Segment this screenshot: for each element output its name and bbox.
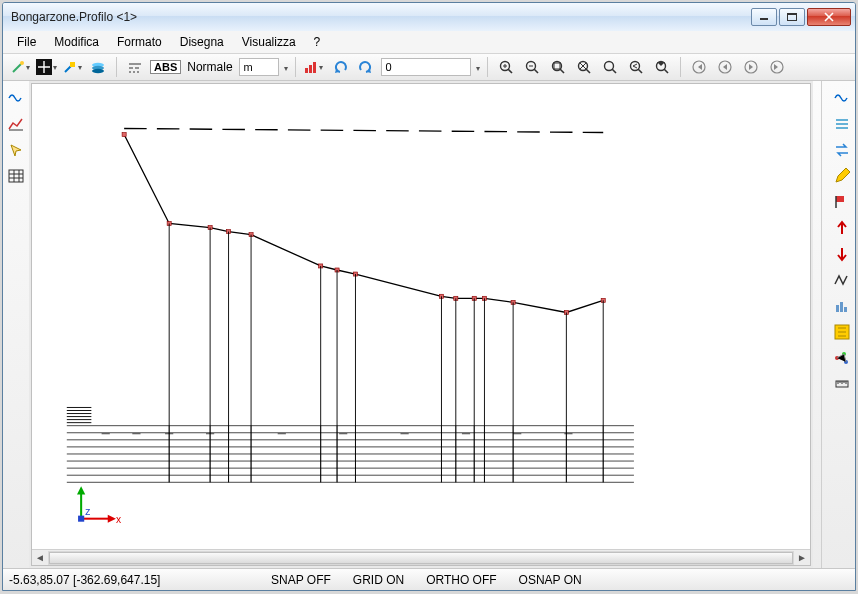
drawing-canvas[interactable]: zx (32, 84, 810, 549)
zoom-pan-icon[interactable] (651, 56, 673, 78)
svg-text:x: x (116, 514, 121, 525)
tool-chart-icon[interactable] (5, 113, 27, 135)
tool-wavy-icon[interactable] (5, 87, 27, 109)
tool-nodes-icon[interactable] (831, 347, 853, 369)
svg-marker-97 (108, 515, 116, 523)
svg-rect-0 (760, 18, 768, 20)
canvas-wrap: zx ◄ ► (31, 83, 811, 566)
layers-icon[interactable] (87, 56, 109, 78)
svg-rect-9 (305, 68, 308, 73)
tool-wavy2-icon[interactable] (831, 87, 853, 109)
svg-rect-103 (840, 302, 843, 312)
value-text: 0 (386, 61, 392, 73)
abs-indicator[interactable]: ABS (150, 60, 181, 74)
svg-rect-10 (309, 65, 312, 73)
status-coords: -5.63,85.07 [-362.69,647.15] (9, 573, 249, 587)
unit-value: m (244, 61, 253, 73)
svg-rect-26 (122, 133, 126, 137)
vertical-scrollbar[interactable] (813, 81, 829, 568)
svg-point-8 (92, 69, 104, 73)
tool-exchange-icon[interactable] (831, 139, 853, 161)
menu-disegna[interactable]: Disegna (180, 35, 224, 49)
zoom-out-icon[interactable] (521, 56, 543, 78)
unit-dropdown-icon[interactable] (283, 60, 288, 74)
menubar: File Modifica Formato Disegna Visualizza… (3, 31, 855, 53)
status-osnap[interactable]: OSNAP ON (519, 573, 582, 587)
zoom-window-icon[interactable] (547, 56, 569, 78)
tool-pencil-icon[interactable] (831, 165, 853, 187)
scroll-left-icon[interactable]: ◄ (32, 552, 48, 563)
svg-point-3 (20, 61, 24, 65)
tool-bars-icon[interactable] (831, 295, 853, 317)
wand-dropdown-icon[interactable] (9, 56, 31, 78)
tool-yellow-icon[interactable] (831, 321, 853, 343)
main-toolbar: ABS Normale m 0 (3, 53, 855, 81)
left-toolbox (3, 81, 29, 568)
zoom-extents-icon[interactable] (573, 56, 595, 78)
horizontal-scrollbar[interactable]: ◄ ► (32, 549, 810, 565)
scroll-right-icon[interactable]: ► (794, 552, 810, 563)
status-ortho[interactable]: ORTHO OFF (426, 573, 496, 587)
zoom-realtime-icon[interactable] (599, 56, 621, 78)
svg-rect-104 (844, 307, 847, 312)
tool-down-arrow-icon[interactable] (831, 243, 853, 265)
tool-up-arrow-icon[interactable] (831, 217, 853, 239)
scroll-track[interactable] (48, 551, 794, 565)
zoom-in-icon[interactable] (495, 56, 517, 78)
right-toolbox (829, 81, 855, 568)
tool-ruler-icon[interactable] (831, 373, 853, 395)
nav-next-icon[interactable] (740, 56, 762, 78)
value-dropdown-icon[interactable] (475, 60, 480, 74)
svg-line-25 (124, 128, 603, 132)
mode-label: Normale (185, 60, 234, 74)
svg-rect-24 (9, 170, 23, 182)
app-window: Bongarzone.Profilo <1> File Modifica For… (2, 2, 856, 591)
window-title: Bongarzone.Profilo <1> (11, 10, 751, 24)
status-snap[interactable]: SNAP OFF (271, 573, 331, 587)
nav-last-icon[interactable] (766, 56, 788, 78)
redo-icon[interactable] (355, 56, 377, 78)
svg-rect-2 (787, 13, 797, 15)
target-dark-icon[interactable] (35, 56, 57, 78)
tool-zigzag-icon[interactable] (831, 269, 853, 291)
svg-rect-5 (70, 62, 75, 67)
svg-rect-98 (78, 516, 84, 522)
scroll-thumb[interactable] (49, 552, 793, 564)
svg-marker-95 (77, 486, 85, 494)
menu-visualizza[interactable]: Visualizza (242, 35, 296, 49)
nav-first-icon[interactable] (688, 56, 710, 78)
tool-flag-icon[interactable] (831, 191, 853, 213)
status-bar: -5.63,85.07 [-362.69,647.15] SNAP OFF GR… (3, 568, 855, 590)
svg-rect-101 (836, 196, 844, 202)
nav-prev-icon[interactable] (714, 56, 736, 78)
work-area: zx ◄ ► (3, 81, 855, 568)
svg-rect-15 (554, 63, 560, 69)
titlebar: Bongarzone.Profilo <1> (3, 3, 855, 31)
menu-help[interactable]: ? (314, 35, 321, 49)
svg-text:z: z (85, 506, 90, 517)
minimize-button[interactable] (751, 8, 777, 26)
dash-style-icon[interactable] (124, 56, 146, 78)
value-field[interactable]: 0 (381, 58, 471, 76)
svg-rect-11 (313, 62, 316, 73)
undo-icon[interactable] (329, 56, 351, 78)
menu-modifica[interactable]: Modifica (54, 35, 99, 49)
menu-file[interactable]: File (17, 35, 36, 49)
close-button[interactable] (807, 8, 851, 26)
menu-formato[interactable]: Formato (117, 35, 162, 49)
status-grid[interactable]: GRID ON (353, 573, 404, 587)
maximize-button[interactable] (779, 8, 805, 26)
tool-pick-icon[interactable] (5, 139, 27, 161)
brush-icon[interactable] (61, 56, 83, 78)
unit-field[interactable]: m (239, 58, 279, 76)
svg-rect-102 (836, 305, 839, 312)
zoom-previous-icon[interactable] (625, 56, 647, 78)
tool-table-icon[interactable] (5, 165, 27, 187)
tool-lines-icon[interactable] (831, 113, 853, 135)
chart-style-icon[interactable] (303, 56, 325, 78)
